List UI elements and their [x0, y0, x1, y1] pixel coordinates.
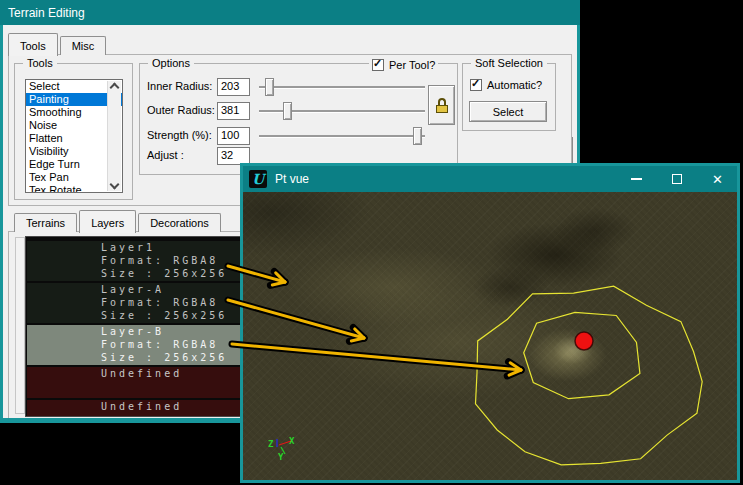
layer-text: Undefined — [27, 400, 244, 413]
brush-ring — [524, 312, 640, 398]
viewport-overlay: ZXY — [243, 192, 737, 480]
slider-thumb-2[interactable] — [413, 127, 422, 145]
option-input-1[interactable]: 381 — [217, 102, 250, 120]
check-icon: ✓ — [471, 77, 480, 90]
layer-text: Undefined — [27, 367, 244, 380]
pt-vue-titlebar[interactable]: U Pt vue ✕ — [243, 166, 737, 192]
layer-row-layer1[interactable]: Layer1Format: RGBA8Size : 256x256 — [27, 241, 244, 281]
layer-row-undefined[interactable]: Undefined — [27, 400, 244, 417]
option-slider-1[interactable] — [259, 110, 425, 112]
soft-selection-groupbox: Soft Selection ✓ Automatic? Select — [462, 63, 556, 131]
tab-decorations[interactable]: Decorations — [138, 213, 221, 232]
automatic-checkbox[interactable]: ✓ — [470, 79, 482, 91]
brush-center-dot — [575, 332, 593, 350]
minimize-icon[interactable] — [631, 178, 642, 180]
tab-tools[interactable]: Tools — [8, 33, 58, 56]
tools-group-label: Tools — [23, 57, 57, 69]
option-label-0: Inner Radius: — [147, 80, 212, 92]
maximize-icon[interactable] — [672, 174, 682, 184]
layer-text: Format: RGBA8 — [27, 296, 244, 309]
select-button[interactable]: Select — [469, 101, 547, 122]
tools-listbox[interactable]: SelectPaintingSmoothingNoiseFlattenVisib… — [25, 79, 123, 193]
per-tool-checkbox[interactable]: ✓ — [372, 59, 384, 71]
layer-row-undefined[interactable]: Undefined — [27, 367, 244, 398]
option-slider-0[interactable] — [259, 86, 425, 88]
option-label-2: Strength (%): — [147, 129, 212, 141]
pt-vue-window: U Pt vue ✕ ZXY — [240, 163, 740, 483]
unreal-logo-icon: U — [249, 170, 267, 188]
layer-text: Layer-A — [27, 283, 244, 296]
option-input-2[interactable]: 100 — [217, 127, 250, 145]
layer-text: Size : 256x256 — [27, 267, 244, 280]
lock-icon — [436, 98, 448, 113]
soft-selection-label: Soft Selection — [471, 57, 547, 69]
layer-row-layer-b[interactable]: Layer-BFormat: RGBA8Size : 256x256 — [27, 325, 244, 365]
pt-vue-title: Pt vue — [275, 172, 309, 186]
option-label-3: Adjust : — [147, 149, 184, 161]
tab-terrains[interactable]: Terrains — [14, 213, 77, 232]
slider-thumb-0[interactable] — [265, 78, 274, 96]
terrain-titlebar[interactable]: Terrain Editing — [0, 0, 580, 25]
option-input-0[interactable]: 203 — [217, 78, 250, 96]
scroll-down-icon[interactable] — [110, 180, 120, 190]
window-controls: ✕ — [631, 173, 731, 186]
axis-x-label: X — [289, 436, 295, 446]
layer-text: Format: RGBA8 — [27, 254, 244, 267]
close-icon[interactable]: ✕ — [712, 173, 723, 186]
tab-misc[interactable]: Misc — [60, 36, 107, 55]
lock-sliders-button[interactable] — [428, 85, 455, 125]
option-slider-2[interactable] — [259, 135, 425, 137]
layers-scrollbar-gutter[interactable] — [15, 237, 25, 414]
per-tool-label: Per Tool? — [389, 59, 435, 71]
option-label-1: Outer Radius: — [147, 104, 215, 116]
per-tool-checkbox-row[interactable]: ✓ Per Tool? — [369, 59, 438, 71]
layer-text: Layer1 — [27, 241, 244, 254]
axis-y-label: Y — [278, 452, 284, 462]
tools-groupbox: Tools SelectPaintingSmoothingNoiseFlatte… — [14, 63, 133, 200]
options-group-label: Options — [148, 57, 194, 69]
layer-tabstrip: TerrainsLayersDecorations — [14, 207, 223, 232]
slider-thumb-1[interactable] — [283, 102, 292, 120]
terrain-3d-viewport[interactable]: ZXY — [243, 192, 737, 480]
axis-z-label: Z — [268, 439, 274, 449]
tools-list-scrollbar[interactable] — [107, 81, 121, 191]
check-icon: ✓ — [373, 57, 382, 70]
automatic-label: Automatic? — [487, 79, 542, 91]
terrain-window-title: Terrain Editing — [8, 6, 85, 20]
layer-row-layer-a[interactable]: Layer-AFormat: RGBA8Size : 256x256 — [27, 283, 244, 323]
layer-text: Size : 256x256 — [27, 351, 244, 364]
options-groupbox: Options ✓ Per Tool? Inner Radius:203Oute… — [139, 63, 458, 175]
layers-list[interactable]: Layer1Format: RGBA8Size : 256x256Layer-A… — [25, 236, 245, 417]
scroll-up-icon[interactable] — [110, 83, 120, 93]
main-tabstrip: ToolsMisc — [8, 31, 108, 55]
automatic-checkbox-row[interactable]: ✓ Automatic? — [470, 79, 542, 91]
tab-layers[interactable]: Layers — [79, 210, 136, 233]
layer-text: Format: RGBA8 — [27, 338, 244, 351]
desktop: Terrain Editing ToolsMisc Tools SelectPa… — [0, 0, 743, 485]
layer-text: Layer-B — [27, 325, 244, 338]
layer-text: Size : 256x256 — [27, 309, 244, 322]
